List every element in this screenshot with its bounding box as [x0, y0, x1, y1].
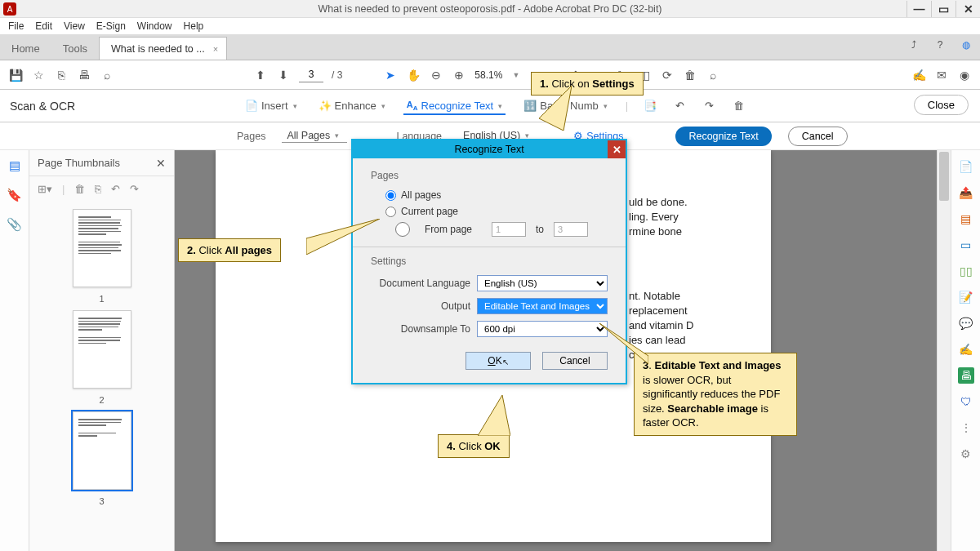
- annotation-3: 3. Editable Text and Images is slower OC…: [634, 353, 797, 436]
- insert-menu[interactable]: 📄Insert▾: [242, 96, 301, 115]
- save-icon[interactable]: 💾: [8, 68, 23, 82]
- left-rail: ▤ 🔖 📎: [0, 150, 29, 551]
- share-icon[interactable]: ⤴: [906, 38, 921, 52]
- output-select[interactable]: Editable Text and Images: [477, 298, 608, 314]
- stamp-icon[interactable]: ◉: [957, 68, 972, 82]
- signature-icon[interactable]: ✍: [958, 341, 974, 358]
- thumb-extract-icon[interactable]: ⎘: [95, 183, 101, 195]
- thumb-grid-icon[interactable]: ⊞▾: [38, 183, 52, 195]
- search-icon[interactable]: ⌕: [100, 68, 114, 82]
- recognize-text-dialog: Recognize Text ✕ Pages All pages Current…: [351, 139, 627, 384]
- email-icon[interactable]: ✉: [934, 68, 949, 82]
- menu-esign[interactable]: E-Sign: [91, 19, 131, 33]
- delete-icon[interactable]: 🗑: [731, 99, 746, 113]
- bell-icon[interactable]: ◍: [959, 38, 973, 52]
- page-down-icon[interactable]: ⬇: [276, 68, 291, 82]
- recognize-text-button[interactable]: Recognize Text: [675, 127, 771, 146]
- trash-icon[interactable]: 🗑: [683, 68, 697, 82]
- thumb-rot-r-icon[interactable]: ↷: [130, 183, 139, 195]
- tab-tools[interactable]: Tools: [51, 36, 99, 60]
- hand-tool-icon[interactable]: ✋: [406, 68, 421, 82]
- organize-icon[interactable]: ▯▯: [958, 263, 974, 279]
- enhance-menu[interactable]: ✨Enhance▾: [315, 96, 389, 115]
- downsample-label: Downsample To: [371, 323, 470, 335]
- thumb-rot-l-icon[interactable]: ↶: [111, 183, 120, 195]
- bookmarks-rail-icon[interactable]: 🔖: [7, 188, 22, 202]
- dialog-ok-button[interactable]: OK↖: [466, 352, 531, 370]
- dialog-cancel-button[interactable]: Cancel: [542, 352, 608, 370]
- rotate-right-icon[interactable]: ↷: [702, 99, 716, 113]
- thumbnails-title: Page Thumbnails: [38, 157, 120, 169]
- comment-icon[interactable]: ▭: [958, 237, 974, 253]
- page-thumbnail[interactable]: [73, 209, 131, 287]
- recognize-text-menu[interactable]: AARecognize Text▾: [403, 96, 506, 115]
- thumbnails-rail-icon[interactable]: ▤: [9, 158, 20, 173]
- window-title-bar: A What is needed to prevent osteoporosis…: [0, 0, 980, 18]
- page-up-icon[interactable]: ⬆: [253, 68, 268, 82]
- to-page-input[interactable]: [554, 222, 588, 237]
- document-language-select[interactable]: English (US): [477, 275, 608, 291]
- dialog-title-bar[interactable]: Recognize Text ✕: [353, 140, 626, 158]
- window-title: What is needed to prevent osteoporosis.p…: [318, 3, 662, 15]
- maximize-button[interactable]: ▭: [931, 1, 956, 17]
- sign-icon[interactable]: ✍: [911, 68, 926, 82]
- radio-current-page[interactable]: Current page: [385, 206, 608, 217]
- rotate-left-icon[interactable]: ↶: [672, 99, 687, 113]
- output-label: Output: [371, 300, 470, 312]
- print-icon[interactable]: 🖶: [77, 68, 91, 82]
- page-thumbnail[interactable]: [73, 310, 131, 389]
- vertical-scrollbar[interactable]: [937, 150, 951, 551]
- annotation-4-pointer: [478, 395, 510, 436]
- menu-view[interactable]: View: [59, 19, 90, 33]
- attachments-rail-icon[interactable]: 📎: [7, 217, 22, 232]
- comment-icon-2[interactable]: 💬: [958, 315, 974, 331]
- create-pdf-icon[interactable]: 📄: [958, 158, 974, 175]
- link-icon[interactable]: ⎘: [54, 68, 69, 82]
- page-number-input[interactable]: [299, 68, 323, 82]
- close-button[interactable]: ✕: [956, 1, 980, 17]
- from-page-input[interactable]: [492, 222, 526, 237]
- menu-help[interactable]: Help: [179, 19, 209, 33]
- edit-pdf-icon[interactable]: ▤: [958, 211, 974, 227]
- export-pdf-icon[interactable]: 📤: [958, 184, 974, 201]
- menu-file[interactable]: File: [3, 19, 29, 33]
- fill-sign-icon[interactable]: 📝: [958, 289, 974, 305]
- zoom-in-icon[interactable]: ⊕: [452, 68, 466, 82]
- rotate-icon[interactable]: ⟳: [660, 68, 675, 82]
- tab-document[interactable]: What is needed to ... ×: [99, 37, 227, 60]
- menu-window[interactable]: Window: [132, 19, 177, 33]
- all-pages-radio[interactable]: [385, 190, 396, 201]
- thumb-delete-icon[interactable]: 🗑: [74, 183, 85, 195]
- scan-ocr-rail-icon[interactable]: 🖶: [958, 367, 974, 384]
- thumbnail-number: 3: [99, 496, 104, 506]
- cancel-recognize-button[interactable]: Cancel: [788, 127, 848, 146]
- downsample-select[interactable]: 600 dpi: [477, 321, 608, 337]
- add-pages-icon[interactable]: 📑: [643, 99, 657, 113]
- chevron-down-icon[interactable]: ▼: [512, 71, 519, 79]
- dialog-close-button[interactable]: ✕: [608, 140, 626, 158]
- from-page-radio[interactable]: [385, 222, 420, 237]
- radio-from-page[interactable]: From page to: [385, 222, 608, 237]
- close-tool-button[interactable]: Close: [914, 95, 969, 115]
- tab-close-icon[interactable]: ×: [213, 44, 218, 54]
- dialog-title: Recognize Text: [454, 144, 523, 155]
- help-icon[interactable]: ?: [933, 38, 947, 52]
- zoom-value[interactable]: 58.1%: [474, 69, 502, 81]
- radio-all-pages[interactable]: All pages: [385, 189, 608, 201]
- menu-edit[interactable]: Edit: [30, 19, 57, 33]
- scan-ocr-toolbar: Scan & OCR 📄Insert▾ ✨Enhance▾ AARecogniz…: [0, 90, 980, 122]
- protect-icon[interactable]: 🛡: [958, 393, 974, 410]
- more-icon[interactable]: ⚙: [958, 446, 974, 462]
- minimize-button[interactable]: —: [906, 1, 931, 17]
- close-panel-icon[interactable]: ✕: [156, 157, 166, 170]
- tab-home[interactable]: Home: [0, 36, 51, 60]
- zoom-out-icon[interactable]: ⊖: [429, 68, 443, 82]
- star-icon[interactable]: ☆: [31, 68, 46, 82]
- arrow-cursor-icon[interactable]: ➤: [383, 68, 398, 82]
- more-zoom-icon[interactable]: ⌕: [706, 68, 720, 82]
- page-thumbnail-selected[interactable]: [73, 411, 131, 490]
- thumbnails-tools: ⊞▾ | 🗑 ⎘ ↶ ↷: [29, 176, 174, 201]
- pages-dropdown[interactable]: All Pages▾: [282, 129, 347, 143]
- more-tools-icon[interactable]: ⋮: [958, 420, 974, 436]
- current-page-radio[interactable]: [385, 207, 396, 217]
